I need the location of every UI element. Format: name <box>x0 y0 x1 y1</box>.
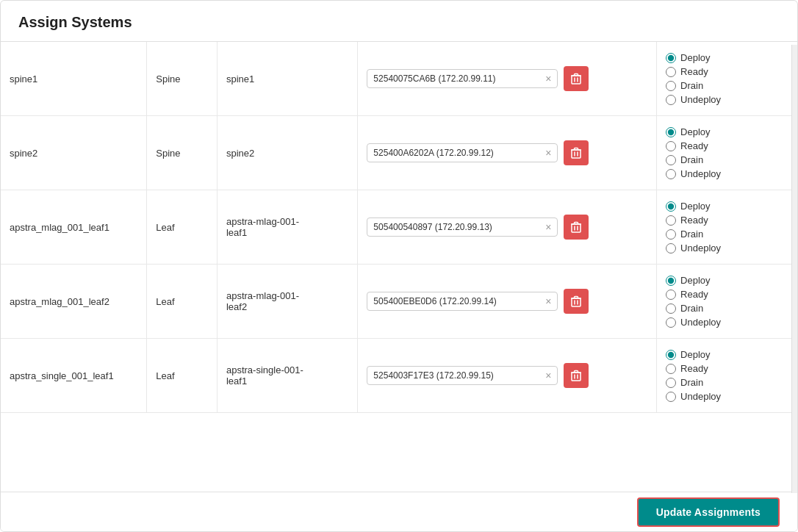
radio-drain[interactable] <box>666 155 676 165</box>
table-row: spine1Spinespine152540075CA6B (172.20.99… <box>1 42 797 116</box>
radio-item-undeploy[interactable]: Undeploy <box>666 168 788 179</box>
radio-item-ready[interactable]: Ready <box>666 215 788 226</box>
radio-label-undeploy: Undeploy <box>680 391 721 402</box>
device-field-clear-button[interactable]: × <box>545 222 551 232</box>
radio-item-undeploy[interactable]: Undeploy <box>666 391 788 402</box>
delete-row-button[interactable] <box>564 215 589 240</box>
delete-row-button[interactable] <box>564 140 589 165</box>
radio-item-deploy[interactable]: Deploy <box>666 52 788 63</box>
device-field-clear-button[interactable]: × <box>545 73 551 84</box>
radio-label-ready: Ready <box>680 363 708 374</box>
radio-ready[interactable] <box>666 215 676 226</box>
radio-drain[interactable] <box>666 303 676 314</box>
cell-role: Spine <box>147 116 218 190</box>
radio-item-drain[interactable]: Drain <box>666 377 788 388</box>
radio-item-ready[interactable]: Ready <box>666 140 788 151</box>
radio-undeploy[interactable] <box>666 392 676 402</box>
cell-role: Leaf <box>147 265 218 339</box>
cell-name: apstra_mlag_001_leaf1 <box>1 190 147 265</box>
cell-hostname: spine2 <box>217 116 357 190</box>
svg-rect-3 <box>572 298 580 306</box>
cell-role: Leaf <box>147 339 218 413</box>
svg-rect-0 <box>572 76 580 84</box>
footer: Update Assignments <box>1 492 797 531</box>
device-field[interactable]: 5254003F17E3 (172.20.99.15)× <box>367 366 558 385</box>
device-cell-inner: 525400A6202A (172.20.99.12)× <box>367 140 647 165</box>
device-field-clear-button[interactable]: × <box>545 148 551 158</box>
cell-state: DeployReadyDrainUndeploy <box>657 42 797 116</box>
radio-item-drain[interactable]: Drain <box>666 154 788 165</box>
cell-device: 525400A6202A (172.20.99.12)× <box>358 116 657 190</box>
cell-device: 5254003F17E3 (172.20.99.15)× <box>358 339 657 413</box>
radio-item-drain[interactable]: Drain <box>666 229 788 240</box>
update-assignments-button[interactable]: Update Assignments <box>637 497 780 527</box>
cell-device: 505400540897 (172.20.99.13)× <box>358 190 657 265</box>
delete-row-button[interactable] <box>564 363 589 388</box>
device-cell-inner: 505400EBE0D6 (172.20.99.14)× <box>367 289 647 314</box>
radio-item-drain[interactable]: Drain <box>666 80 788 91</box>
radio-deploy[interactable] <box>666 201 676 212</box>
cell-name: apstra_single_001_leaf1 <box>1 339 147 413</box>
cell-state: DeployReadyDrainUndeploy <box>657 265 797 339</box>
cell-name: apstra_mlag_001_leaf2 <box>1 265 147 339</box>
radio-item-undeploy[interactable]: Undeploy <box>666 94 788 105</box>
radio-item-ready[interactable]: Ready <box>666 66 788 77</box>
table-row: apstra_single_001_leaf1Leafapstra-single… <box>1 339 797 413</box>
radio-ready[interactable] <box>666 141 676 151</box>
cell-hostname: apstra-mlag-001-leaf1 <box>217 190 357 265</box>
radio-item-deploy[interactable]: Deploy <box>666 126 788 137</box>
device-field[interactable]: 505400540897 (172.20.99.13)× <box>367 218 558 237</box>
cell-name: spine2 <box>1 116 147 190</box>
radio-deploy[interactable] <box>666 276 676 286</box>
radio-item-undeploy[interactable]: Undeploy <box>666 317 788 328</box>
page-container: Assign Systems spine1Spinespine152540075… <box>0 0 798 532</box>
radio-drain[interactable] <box>666 229 676 240</box>
device-cell-inner: 505400540897 (172.20.99.13)× <box>367 215 647 240</box>
radio-undeploy[interactable] <box>666 169 676 179</box>
device-field[interactable]: 525400A6202A (172.20.99.12)× <box>367 143 558 162</box>
cell-name: spine1 <box>1 42 147 116</box>
cell-role: Leaf <box>147 190 218 265</box>
cell-hostname: spine1 <box>217 42 357 116</box>
scrollbar[interactable] <box>791 45 797 493</box>
radio-deploy[interactable] <box>666 53 676 63</box>
radio-item-deploy[interactable]: Deploy <box>666 201 788 212</box>
radio-ready[interactable] <box>666 364 676 374</box>
device-field-clear-button[interactable]: × <box>545 370 551 381</box>
radio-label-undeploy: Undeploy <box>680 168 721 179</box>
delete-row-button[interactable] <box>564 66 589 91</box>
device-cell-inner: 52540075CA6B (172.20.99.11)× <box>367 66 647 91</box>
radio-undeploy[interactable] <box>666 95 676 105</box>
cell-device: 52540075CA6B (172.20.99.11)× <box>358 42 657 116</box>
radio-item-deploy[interactable]: Deploy <box>666 275 788 286</box>
radio-item-drain[interactable]: Drain <box>666 303 788 314</box>
radio-drain[interactable] <box>666 81 676 91</box>
radio-label-drain: Drain <box>680 154 703 165</box>
delete-row-button[interactable] <box>564 289 589 314</box>
radio-drain[interactable] <box>666 378 676 388</box>
radio-label-deploy: Deploy <box>680 201 710 212</box>
svg-rect-1 <box>572 150 580 158</box>
radio-deploy[interactable] <box>666 350 676 360</box>
radio-item-deploy[interactable]: Deploy <box>666 349 788 360</box>
radio-undeploy[interactable] <box>666 243 676 254</box>
radio-ready[interactable] <box>666 67 676 77</box>
radio-label-undeploy: Undeploy <box>680 317 721 328</box>
page-header: Assign Systems <box>1 1 797 42</box>
device-field[interactable]: 52540075CA6B (172.20.99.11)× <box>367 69 558 88</box>
device-field-text: 5254003F17E3 (172.20.99.15) <box>373 370 541 381</box>
radio-label-undeploy: Undeploy <box>680 94 721 105</box>
radio-item-ready[interactable]: Ready <box>666 363 788 374</box>
cell-device: 505400EBE0D6 (172.20.99.14)× <box>358 265 657 339</box>
radio-label-deploy: Deploy <box>680 349 710 360</box>
cell-role: Spine <box>147 42 218 116</box>
radio-undeploy[interactable] <box>666 317 676 328</box>
state-radio-group: DeployReadyDrainUndeploy <box>666 198 788 256</box>
device-field-clear-button[interactable]: × <box>545 296 551 306</box>
device-field[interactable]: 505400EBE0D6 (172.20.99.14)× <box>367 292 558 311</box>
radio-ready[interactable] <box>666 290 676 300</box>
radio-item-ready[interactable]: Ready <box>666 289 788 300</box>
radio-item-undeploy[interactable]: Undeploy <box>666 242 788 254</box>
radio-label-ready: Ready <box>680 66 708 77</box>
radio-deploy[interactable] <box>666 127 676 137</box>
